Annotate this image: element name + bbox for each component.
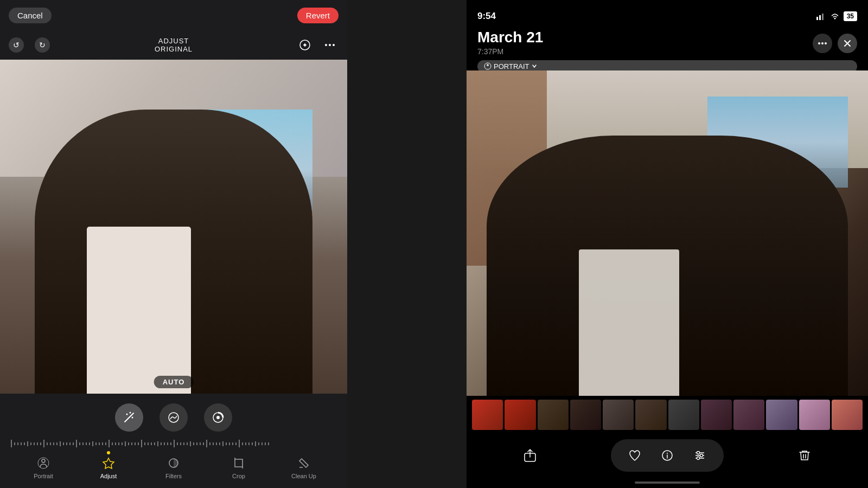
- wifi-icon: [831, 13, 839, 20]
- original-tab-label[interactable]: ORIGINAL: [155, 45, 193, 53]
- cleanup-tab-label: Clean Up: [291, 473, 316, 479]
- redo-icon[interactable]: ↻: [35, 37, 50, 53]
- photo-editor-panel: Cancel Revert ↺ ↻ ADJUST ORIGINAL: [0, 0, 347, 488]
- photo-header-actions: [813, 34, 857, 53]
- more-options-button[interactable]: [813, 34, 832, 53]
- portrait-badge-label: PORTRAIT: [494, 62, 529, 70]
- viewer-main-photo: [467, 70, 868, 396]
- thumbnail-1[interactable]: [472, 400, 503, 430]
- portrait-mode-icon: [484, 62, 492, 70]
- r-person-shirt: [579, 249, 679, 396]
- crop-tab-icon: [231, 455, 246, 471]
- chevron-down-icon: [532, 63, 537, 69]
- photo-info: March 21 7:37PM: [477, 29, 857, 56]
- svg-point-27: [821, 42, 824, 44]
- edit-button[interactable]: [687, 442, 713, 468]
- viewer-photo-background: [467, 70, 868, 396]
- color-wheel-tool[interactable]: [204, 403, 232, 432]
- share-button[interactable]: [517, 442, 543, 468]
- filters-tab[interactable]: Filters: [157, 455, 190, 479]
- viewer-header: 9:54 35 Ma: [467, 0, 868, 70]
- editor-toolbar: Cancel Revert ↺ ↻ ADJUST ORIGINAL: [0, 0, 347, 60]
- battery-icon: 35: [844, 11, 857, 21]
- auto-enhance-icon[interactable]: [296, 36, 314, 54]
- delete-button[interactable]: [792, 442, 818, 468]
- editor-bottom-tabs: Portrait Adjust Filters: [0, 451, 347, 488]
- adjust-tab-label[interactable]: ADJUST: [158, 37, 189, 45]
- thumbnail-6[interactable]: [635, 400, 666, 430]
- thumbnail-12[interactable]: [832, 400, 863, 430]
- more-icon: [817, 38, 828, 49]
- signal-icon: [816, 12, 826, 20]
- undo-icon[interactable]: ↺: [9, 37, 24, 53]
- photo-date: March 21: [477, 29, 543, 46]
- svg-point-4: [333, 44, 335, 46]
- svg-point-42: [697, 457, 699, 460]
- svg-point-8: [132, 417, 133, 419]
- photo-background: [0, 60, 347, 394]
- viewer-actions: [467, 434, 868, 477]
- status-bar: 9:54 35: [477, 11, 857, 22]
- filters-tab-label: Filters: [165, 473, 182, 479]
- svg-point-26: [818, 42, 820, 44]
- portrait-tab[interactable]: Portrait: [27, 455, 60, 479]
- editor-bottom-controls: Portrait Adjust Filters: [0, 394, 347, 488]
- svg-marker-15: [103, 458, 114, 468]
- crop-tab[interactable]: Crop: [222, 455, 255, 479]
- portrait-tab-label: Portrait: [34, 473, 53, 479]
- svg-rect-17: [235, 459, 242, 467]
- editor-photo-area: AUTO: [0, 60, 347, 394]
- svg-line-5: [125, 415, 131, 422]
- tool-icons-row: [0, 399, 347, 436]
- thumbnail-9[interactable]: [733, 400, 764, 430]
- status-time: 9:54: [477, 11, 496, 22]
- active-indicator: [107, 451, 110, 454]
- svg-point-2: [325, 44, 327, 46]
- close-button[interactable]: [838, 34, 857, 53]
- editor-action-icons: [296, 36, 339, 54]
- photo-date-group: March 21 7:37PM: [477, 29, 543, 56]
- viewer-center-actions: [611, 439, 724, 472]
- svg-point-3: [329, 44, 331, 46]
- thumbnail-8[interactable]: [701, 400, 732, 430]
- favorite-button[interactable]: [622, 442, 648, 468]
- svg-point-36: [667, 453, 668, 454]
- svg-point-9: [130, 412, 131, 414]
- svg-rect-22: [816, 17, 818, 20]
- svg-point-40: [697, 452, 699, 454]
- editor-tabs: ↺ ↻ ADJUST ORIGINAL: [9, 30, 339, 60]
- cleanup-tab-icon: [296, 455, 311, 471]
- share-icon: [523, 448, 537, 463]
- svg-line-6: [131, 413, 133, 415]
- thumbnail-2[interactable]: [505, 400, 535, 430]
- thumbnail-10[interactable]: [766, 400, 797, 430]
- svg-rect-23: [819, 15, 821, 20]
- portrait-tab-icon: [36, 455, 51, 471]
- editor-photo: [0, 60, 347, 394]
- cancel-button[interactable]: Cancel: [9, 8, 52, 23]
- close-icon: [844, 40, 851, 47]
- svg-point-13: [42, 459, 45, 463]
- svg-point-12: [216, 416, 220, 419]
- svg-point-32: [487, 64, 489, 66]
- home-bar: [635, 481, 700, 484]
- thumbnail-4[interactable]: [570, 400, 601, 430]
- editor-top-row: Cancel Revert: [9, 0, 339, 30]
- thumbnail-11[interactable]: [799, 400, 830, 430]
- svg-point-25: [834, 18, 835, 20]
- cleanup-tab[interactable]: Clean Up: [288, 455, 320, 479]
- thumbnail-7[interactable]: [668, 400, 699, 430]
- thumbnail-3[interactable]: [538, 400, 569, 430]
- adjust-tab[interactable]: Adjust: [92, 455, 125, 479]
- revert-button[interactable]: Revert: [297, 8, 339, 23]
- magic-wand-tool[interactable]: [115, 403, 143, 432]
- histogram-tool[interactable]: [159, 403, 188, 432]
- crop-tab-label: Crop: [232, 473, 245, 479]
- info-icon: [661, 449, 674, 462]
- info-button[interactable]: [654, 442, 680, 468]
- thumbnail-5[interactable]: [603, 400, 634, 430]
- svg-point-28: [825, 42, 827, 44]
- adjustment-slider[interactable]: [0, 438, 347, 449]
- more-options-icon[interactable]: [321, 36, 339, 54]
- thumbnail-strip: [467, 396, 868, 434]
